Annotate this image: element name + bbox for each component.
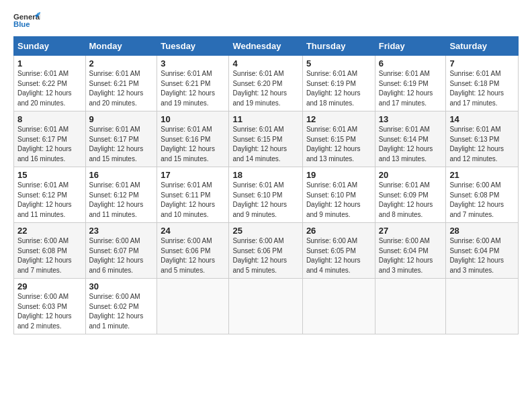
day-info: Sunrise: 6:01 AM Sunset: 6:22 PM Dayligh… [17,69,82,108]
day-number: 16 [89,170,154,180]
day-info: Sunrise: 6:01 AM Sunset: 6:10 PM Dayligh… [306,181,371,220]
calendar-cell: 7Sunrise: 6:01 AM Sunset: 6:18 PM Daylig… [446,56,519,111]
calendar-cell: 26Sunrise: 6:00 AM Sunset: 6:05 PM Dayli… [302,223,375,279]
day-number: 27 [379,226,443,236]
day-number: 10 [161,114,225,124]
calendar-cell: 15Sunrise: 6:01 AM Sunset: 6:12 PM Dayli… [14,167,86,223]
day-info: Sunrise: 6:01 AM Sunset: 6:13 PM Dayligh… [449,125,515,164]
calendar-cell: 18Sunrise: 6:01 AM Sunset: 6:10 PM Dayli… [229,167,302,223]
calendar-row: 29Sunrise: 6:00 AM Sunset: 6:03 PM Dayli… [14,279,519,334]
day-info: Sunrise: 6:00 AM Sunset: 6:04 PM Dayligh… [379,236,443,275]
calendar-cell: 16Sunrise: 6:01 AM Sunset: 6:12 PM Dayli… [85,167,157,223]
calendar-cell: 25Sunrise: 6:00 AM Sunset: 6:06 PM Dayli… [229,223,302,279]
calendar-cell [375,279,446,334]
calendar-cell: 21Sunrise: 6:00 AM Sunset: 6:08 PM Dayli… [446,167,519,223]
day-number: 23 [89,226,154,236]
day-number: 18 [232,170,298,180]
day-number: 20 [379,170,443,180]
day-info: Sunrise: 6:01 AM Sunset: 6:12 PM Dayligh… [17,181,82,220]
calendar-row: 22Sunrise: 6:00 AM Sunset: 6:08 PM Dayli… [14,223,519,279]
day-number: 6 [379,58,443,68]
day-info: Sunrise: 6:01 AM Sunset: 6:14 PM Dayligh… [379,125,443,164]
day-number: 4 [232,58,298,68]
day-info: Sunrise: 6:01 AM Sunset: 6:17 PM Dayligh… [89,125,154,164]
calendar-row: 15Sunrise: 6:01 AM Sunset: 6:12 PM Dayli… [14,167,519,223]
calendar-col-tuesday: Tuesday [157,37,229,56]
calendar-cell: 12Sunrise: 6:01 AM Sunset: 6:15 PM Dayli… [302,111,375,167]
calendar-cell [302,279,375,334]
svg-text:Blue: Blue [13,20,30,28]
calendar-col-sunday: Sunday [14,37,86,56]
page: General Blue SundayMondayTuesdayWednesda… [0,0,532,411]
day-number: 29 [17,281,82,291]
calendar-table: SundayMondayTuesdayWednesdayThursdayFrid… [13,36,519,334]
calendar-cell: 24Sunrise: 6:00 AM Sunset: 6:06 PM Dayli… [157,223,229,279]
day-info: Sunrise: 6:00 AM Sunset: 6:02 PM Dayligh… [89,292,154,331]
calendar-col-saturday: Saturday [446,37,519,56]
calendar-cell: 11Sunrise: 6:01 AM Sunset: 6:15 PM Dayli… [229,111,302,167]
calendar-col-friday: Friday [375,37,446,56]
day-number: 13 [379,114,443,124]
day-info: Sunrise: 6:01 AM Sunset: 6:11 PM Dayligh… [161,181,225,220]
day-number: 5 [306,58,371,68]
day-info: Sunrise: 6:00 AM Sunset: 6:06 PM Dayligh… [232,236,298,275]
calendar-cell: 20Sunrise: 6:01 AM Sunset: 6:09 PM Dayli… [375,167,446,223]
calendar-header: SundayMondayTuesdayWednesdayThursdayFrid… [14,37,519,56]
logo: General Blue [13,11,40,30]
calendar-cell: 9Sunrise: 6:01 AM Sunset: 6:17 PM Daylig… [85,111,157,167]
calendar-cell: 19Sunrise: 6:01 AM Sunset: 6:10 PM Dayli… [302,167,375,223]
day-number: 14 [449,114,515,124]
calendar-cell: 13Sunrise: 6:01 AM Sunset: 6:14 PM Dayli… [375,111,446,167]
calendar-row: 1Sunrise: 6:01 AM Sunset: 6:22 PM Daylig… [14,56,519,111]
header: General Blue [13,11,519,30]
day-info: Sunrise: 6:01 AM Sunset: 6:16 PM Dayligh… [161,125,225,164]
calendar-cell [157,279,229,334]
day-info: Sunrise: 6:00 AM Sunset: 6:08 PM Dayligh… [17,236,82,275]
calendar-cell [446,279,519,334]
calendar-cell: 29Sunrise: 6:00 AM Sunset: 6:03 PM Dayli… [14,279,86,334]
calendar-cell: 14Sunrise: 6:01 AM Sunset: 6:13 PM Dayli… [446,111,519,167]
day-info: Sunrise: 6:01 AM Sunset: 6:09 PM Dayligh… [379,181,443,220]
calendar-col-monday: Monday [85,37,157,56]
day-info: Sunrise: 6:01 AM Sunset: 6:10 PM Dayligh… [232,181,298,220]
day-number: 30 [89,281,154,291]
calendar-cell: 6Sunrise: 6:01 AM Sunset: 6:19 PM Daylig… [375,56,446,111]
day-number: 2 [89,58,154,68]
day-number: 12 [306,114,371,124]
day-info: Sunrise: 6:01 AM Sunset: 6:15 PM Dayligh… [232,125,298,164]
day-number: 22 [17,226,82,236]
calendar-body: 1Sunrise: 6:01 AM Sunset: 6:22 PM Daylig… [14,56,519,334]
calendar-cell: 23Sunrise: 6:00 AM Sunset: 6:07 PM Dayli… [85,223,157,279]
day-info: Sunrise: 6:00 AM Sunset: 6:07 PM Dayligh… [89,236,154,275]
calendar-cell: 2Sunrise: 6:01 AM Sunset: 6:21 PM Daylig… [85,56,157,111]
calendar-cell: 1Sunrise: 6:01 AM Sunset: 6:22 PM Daylig… [14,56,86,111]
day-info: Sunrise: 6:00 AM Sunset: 6:05 PM Dayligh… [306,236,371,275]
day-info: Sunrise: 6:01 AM Sunset: 6:21 PM Dayligh… [161,69,225,108]
day-number: 26 [306,226,371,236]
calendar-cell: 5Sunrise: 6:01 AM Sunset: 6:19 PM Daylig… [302,56,375,111]
day-number: 15 [17,170,82,180]
calendar-cell: 30Sunrise: 6:00 AM Sunset: 6:02 PM Dayli… [85,279,157,334]
calendar-cell: 27Sunrise: 6:00 AM Sunset: 6:04 PM Dayli… [375,223,446,279]
calendar-cell: 28Sunrise: 6:00 AM Sunset: 6:04 PM Dayli… [446,223,519,279]
day-info: Sunrise: 6:01 AM Sunset: 6:20 PM Dayligh… [232,69,298,108]
calendar-cell: 8Sunrise: 6:01 AM Sunset: 6:17 PM Daylig… [14,111,86,167]
calendar-col-thursday: Thursday [302,37,375,56]
day-number: 8 [17,114,82,124]
calendar-cell: 4Sunrise: 6:01 AM Sunset: 6:20 PM Daylig… [229,56,302,111]
day-info: Sunrise: 6:01 AM Sunset: 6:17 PM Dayligh… [17,125,82,164]
calendar-cell [229,279,302,334]
calendar-header-row: SundayMondayTuesdayWednesdayThursdayFrid… [14,37,519,56]
calendar-row: 8Sunrise: 6:01 AM Sunset: 6:17 PM Daylig… [14,111,519,167]
day-number: 7 [449,58,515,68]
day-info: Sunrise: 6:00 AM Sunset: 6:06 PM Dayligh… [161,236,225,275]
day-info: Sunrise: 6:00 AM Sunset: 6:08 PM Dayligh… [449,181,515,220]
day-number: 9 [89,114,154,124]
day-info: Sunrise: 6:01 AM Sunset: 6:15 PM Dayligh… [306,125,371,164]
day-number: 21 [449,170,515,180]
logo-icon: General Blue [13,11,40,30]
day-info: Sunrise: 6:01 AM Sunset: 6:19 PM Dayligh… [379,69,443,108]
day-info: Sunrise: 6:01 AM Sunset: 6:21 PM Dayligh… [89,69,154,108]
day-number: 11 [232,114,298,124]
day-info: Sunrise: 6:01 AM Sunset: 6:12 PM Dayligh… [89,181,154,220]
